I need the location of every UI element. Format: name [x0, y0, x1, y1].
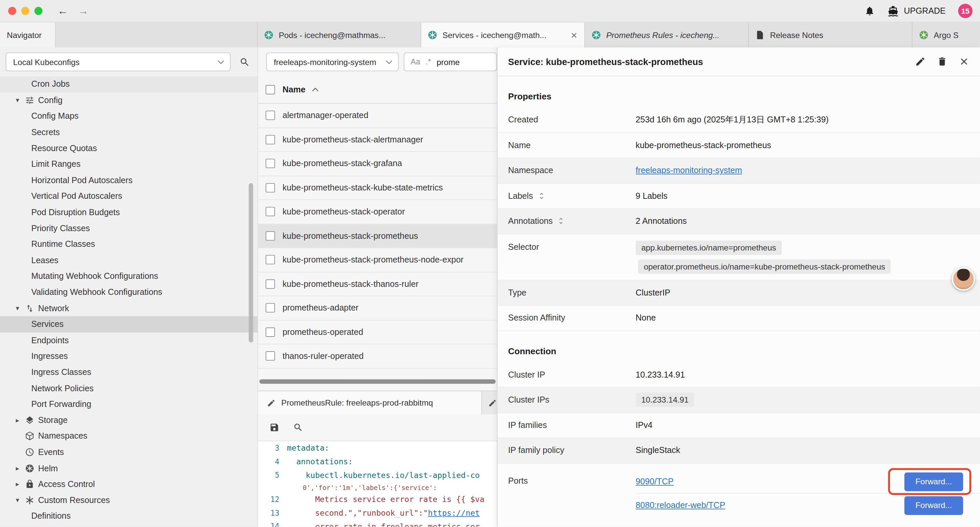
sidebar-item-definitions[interactable]: Definitions	[0, 508, 258, 524]
search-input[interactable]: Aa .* prome	[404, 53, 497, 71]
forward-button[interactable]: Forward...	[904, 472, 963, 491]
sidebar-item-network[interactable]: ▾ Network	[0, 300, 258, 316]
row-checkbox[interactable]	[266, 351, 275, 361]
sidebar-item-custom-resources[interactable]: ▾ Custom Resources	[0, 492, 258, 508]
sidebar-item-mutating-webhook-configurations[interactable]: Mutating Webhook Configurations	[0, 268, 258, 284]
sidebar-scrollbar[interactable]	[249, 183, 253, 342]
sidebar-item-ingress-classes[interactable]: Ingress Classes	[0, 364, 258, 380]
sidebar-item-runtime-classes[interactable]: Runtime Classes	[0, 236, 258, 252]
table-row[interactable]: kube-prometheus-stack-thanos-ruler	[258, 272, 497, 296]
forward-button[interactable]: Forward...	[904, 496, 963, 515]
minimize-window-button[interactable]	[21, 7, 29, 15]
dock-tab-prometheusrule[interactable]: PrometheusRule: freeleaps-prod-rabbitmq	[258, 391, 482, 414]
sidebar-item-leases[interactable]: Leases	[0, 252, 258, 268]
sidebar-item-storage[interactable]: ▸ Storage	[0, 412, 258, 428]
dock-tab-label: PrometheusRule: freeleaps-prod-rabbitmq	[281, 398, 433, 408]
detail-value: None	[636, 313, 980, 323]
row-checkbox[interactable]	[266, 111, 275, 120]
notification-count-badge[interactable]: 15	[958, 4, 972, 18]
port-link-9090[interactable]: 9090/TCP	[636, 477, 674, 486]
yaml-editor[interactable]: 3metadata: 4 annotations: 5 kubectl.kube…	[258, 441, 497, 527]
close-icon[interactable]	[959, 56, 969, 67]
search-icon[interactable]	[293, 423, 303, 433]
row-checkbox[interactable]	[266, 303, 275, 312]
sidebar-item-namespaces[interactable]: Namespaces	[0, 428, 258, 444]
table-row[interactable]: kube-prometheus-stack-kube-state-metrics	[258, 176, 497, 200]
column-header-name[interactable]: Name	[283, 85, 305, 94]
detail-row-ip-family-policy: IP family policy SingleStack	[497, 438, 980, 463]
sidebar-item-secrets[interactable]: Secrets	[0, 124, 258, 140]
sidebar-item-config-maps[interactable]: Config Maps	[0, 108, 258, 124]
row-checkbox[interactable]	[266, 159, 275, 168]
delete-trash-icon[interactable]	[937, 56, 948, 67]
tab-release-notes[interactable]: Release Notes	[749, 22, 913, 47]
table-row[interactable]: kube-prometheus-stack-prometheus-node-ex…	[258, 248, 497, 272]
table-row[interactable]: kube-prometheus-stack-operator	[258, 200, 497, 224]
close-window-button[interactable]	[8, 7, 16, 15]
close-icon[interactable]	[570, 31, 578, 39]
sidebar-toolbar: Local Kubeconfigs	[0, 47, 258, 76]
sidebar-item-access-control[interactable]: ▸ Access Control	[0, 476, 258, 492]
sidebar-item-horizontal-pod-autoscalers[interactable]: Horizontal Pod Autoscalers	[0, 172, 258, 188]
table-row[interactable]: thanos-ruler-operated	[258, 344, 497, 368]
sidebar-item-helm[interactable]: ▸ Helm	[0, 460, 258, 476]
table-row[interactable]: kube-prometheus-stack-grafana	[258, 152, 497, 176]
row-checkbox[interactable]	[266, 327, 275, 336]
table-row[interactable]: prometheus-operated	[258, 320, 497, 344]
row-checkbox[interactable]	[266, 207, 275, 217]
forward-icon[interactable]: →	[78, 6, 89, 16]
titlebar: ← → UPGRADE 15	[0, 0, 980, 22]
back-icon[interactable]: ←	[57, 6, 68, 16]
kubeconfig-selector[interactable]: Local Kubeconfigs	[6, 53, 231, 71]
sidebar-item-cron-jobs[interactable]: Cron Jobs	[0, 76, 258, 92]
edit-pencil-icon[interactable]	[915, 56, 926, 67]
table-row[interactable]: alertmanager-operated	[258, 104, 497, 128]
table-row-selected[interactable]: kube-prometheus-stack-prometheus	[258, 224, 497, 248]
detail-row-cluster-ip: Cluster IP 10.233.14.91	[497, 362, 980, 388]
tab-argo[interactable]: Argo S	[913, 22, 980, 47]
kubernetes-icon	[428, 30, 438, 40]
namespace-link[interactable]: freeleaps-monitoring-system	[636, 166, 742, 175]
maximize-window-button[interactable]	[34, 7, 42, 15]
sidebar-search-icon[interactable]	[240, 57, 250, 67]
tab-pods[interactable]: Pods - icecheng@mathmas...	[258, 22, 421, 47]
sidebar-item-endpoints[interactable]: Endpoints	[0, 332, 258, 348]
sidebar-item-limit-ranges[interactable]: Limit Ranges	[0, 156, 258, 172]
row-checkbox[interactable]	[266, 255, 275, 264]
detail-label: Labels	[508, 191, 533, 201]
sidebar-item-network-policies[interactable]: Network Policies	[0, 380, 258, 396]
match-case-toggle[interactable]: Aa	[410, 57, 420, 66]
sidebar-item-pod-disruption-budgets[interactable]: Pod Disruption Budgets	[0, 204, 258, 220]
row-checkbox[interactable]	[266, 231, 275, 240]
tab-services[interactable]: Services - icecheng@math...	[421, 22, 585, 47]
port-link-8080[interactable]: 8080:reloader-web/TCP	[636, 501, 725, 510]
regex-toggle[interactable]: .*	[426, 57, 431, 66]
sidebar-item-priority-classes[interactable]: Priority Classes	[0, 220, 258, 236]
avatar[interactable]	[952, 267, 975, 291]
row-checkbox[interactable]	[266, 135, 275, 144]
horizontal-scrollbar[interactable]	[259, 379, 496, 384]
sidebar-item-services[interactable]: Services	[0, 316, 258, 332]
notifications-bell-icon[interactable]	[865, 6, 875, 16]
row-checkbox[interactable]	[266, 183, 275, 193]
sidebar-item-port-forwarding[interactable]: Port Forwarding	[0, 396, 258, 412]
sidebar-item-config[interactable]: ▾ Config	[0, 92, 258, 108]
dock-tab-partial[interactable]	[482, 391, 497, 414]
upgrade-button[interactable]: UPGRADE	[888, 5, 946, 17]
sidebar-item-validating-webhook-configurations[interactable]: Validating Webhook Configurations	[0, 284, 258, 300]
save-icon[interactable]	[269, 423, 280, 433]
sidebar-item-vertical-pod-autoscalers[interactable]: Vertical Pod Autoscalers	[0, 188, 258, 204]
sidebar-item-resource-quotas[interactable]: Resource Quotas	[0, 140, 258, 156]
sidebar-item-ingresses[interactable]: Ingresses	[0, 348, 258, 364]
table-row[interactable]: prometheus-adapter	[258, 296, 497, 320]
row-checkbox[interactable]	[266, 279, 275, 288]
sidebar-item-label: Events	[38, 447, 64, 457]
unfold-icon[interactable]	[538, 192, 546, 200]
sidebar-item-events[interactable]: Events	[0, 444, 258, 460]
unfold-icon[interactable]	[557, 217, 565, 225]
table-row[interactable]: kube-prometheus-stack-alertmanager	[258, 128, 497, 152]
select-all-checkbox[interactable]	[266, 85, 275, 94]
namespace-filter-select[interactable]: freeleaps-monitoring-system	[266, 53, 399, 71]
detail-label: IP family policy	[497, 446, 635, 455]
tab-prometheus-rules[interactable]: Prometheus Rules - icecheng...	[585, 22, 749, 47]
